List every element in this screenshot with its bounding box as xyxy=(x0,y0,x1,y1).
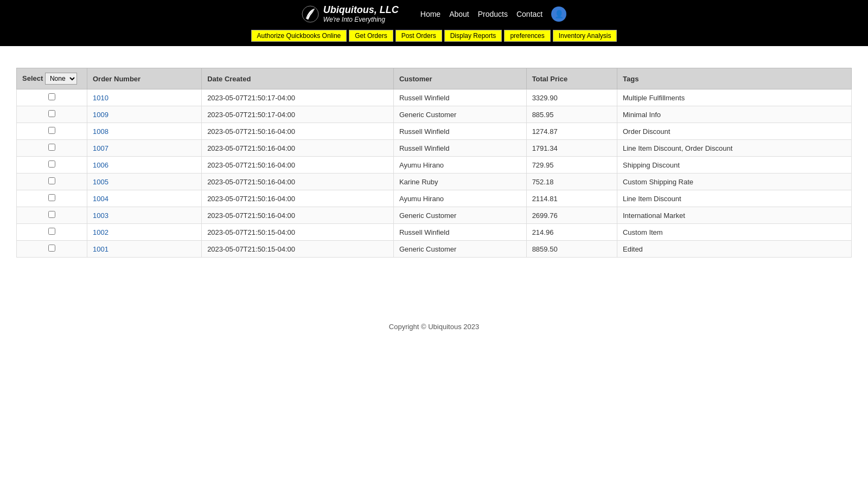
col-date-created: Date Created xyxy=(202,68,394,89)
svg-line-1 xyxy=(306,9,315,18)
row-total-price: 3329.90 xyxy=(526,89,617,106)
row-customer: Russell Winfield xyxy=(393,140,526,157)
row-total-price: 8859.50 xyxy=(526,241,617,258)
row-checkbox-cell xyxy=(17,224,87,241)
table-row: 1001 2023-05-07T21:50:15-04:00 Generic C… xyxy=(17,241,852,258)
inventory-analysis-button[interactable]: Inventory Analysis xyxy=(553,30,617,42)
order-number-link[interactable]: 1003 xyxy=(93,211,108,220)
order-number-link[interactable]: 1005 xyxy=(93,178,108,186)
get-orders-button[interactable]: Get Orders xyxy=(349,30,393,42)
row-checkbox-cell xyxy=(17,207,87,224)
row-customer: Generic Customer xyxy=(393,241,526,258)
nav-home[interactable]: Home xyxy=(420,10,441,18)
table-row: 1007 2023-05-07T21:50:16-04:00 Russell W… xyxy=(17,140,852,157)
row-checkbox-cell xyxy=(17,123,87,140)
row-total-price: 1791.34 xyxy=(526,140,617,157)
row-tags: Line Item Discount xyxy=(617,190,851,207)
row-tags: Custom Shipping Rate xyxy=(617,174,851,190)
table-row: 1002 2023-05-07T21:50:15-04:00 Russell W… xyxy=(17,224,852,241)
row-customer: Ayumu Hirano xyxy=(393,157,526,174)
preferences-button[interactable]: preferences xyxy=(504,30,550,42)
row-order-number: 1009 xyxy=(87,106,202,123)
order-number-link[interactable]: 1006 xyxy=(93,161,108,169)
row-customer: Russell Winfield xyxy=(393,224,526,241)
row-customer: Ayumu Hirano xyxy=(393,190,526,207)
table-row: 1005 2023-05-07T21:50:16-04:00 Karine Ru… xyxy=(17,174,852,190)
row-tags: Multiple Fulfillments xyxy=(617,89,851,106)
row-total-price: 1274.87 xyxy=(526,123,617,140)
row-total-price: 885.95 xyxy=(526,106,617,123)
table-row: 1004 2023-05-07T21:50:16-04:00 Ayumu Hir… xyxy=(17,190,852,207)
row-total-price: 752.18 xyxy=(526,174,617,190)
row-tags: Order Discount xyxy=(617,123,851,140)
row-checkbox[interactable] xyxy=(48,93,55,100)
row-date-created: 2023-05-07T21:50:17-04:00 xyxy=(202,89,394,106)
row-tags: Shipping Discount xyxy=(617,157,851,174)
table-row: 1008 2023-05-07T21:50:16-04:00 Russell W… xyxy=(17,123,852,140)
row-tags: Minimal Info xyxy=(617,106,851,123)
col-total-price: Total Price xyxy=(526,68,617,89)
order-number-link[interactable]: 1002 xyxy=(93,228,108,236)
user-avatar-icon[interactable]: 👤 xyxy=(551,7,566,22)
order-number-link[interactable]: 1009 xyxy=(93,111,108,119)
row-order-number: 1004 xyxy=(87,190,202,207)
main-content: Select None All Order Number Date Create… xyxy=(0,46,868,279)
row-checkbox[interactable] xyxy=(48,144,55,151)
row-checkbox-cell xyxy=(17,140,87,157)
select-label: Select xyxy=(22,74,45,82)
row-checkbox[interactable] xyxy=(48,160,55,168)
display-reports-button[interactable]: Display Reports xyxy=(444,30,502,42)
order-number-link[interactable]: 1010 xyxy=(93,94,108,102)
row-customer: Russell Winfield xyxy=(393,89,526,106)
nav-products[interactable]: Products xyxy=(478,10,508,18)
brand-tagline: We're Into Everything xyxy=(323,16,399,23)
order-number-link[interactable]: 1007 xyxy=(93,144,108,152)
row-checkbox[interactable] xyxy=(48,110,55,117)
col-customer: Customer xyxy=(393,68,526,89)
row-date-created: 2023-05-07T21:50:17-04:00 xyxy=(202,106,394,123)
row-date-created: 2023-05-07T21:50:16-04:00 xyxy=(202,174,394,190)
row-checkbox[interactable] xyxy=(48,228,55,235)
row-checkbox[interactable] xyxy=(48,177,55,184)
row-total-price: 2699.76 xyxy=(526,207,617,224)
col-tags: Tags xyxy=(617,68,851,89)
main-nav: Home About Products Contact 👤 xyxy=(420,7,566,22)
order-number-link[interactable]: 1008 xyxy=(93,127,108,136)
row-customer: Russell Winfield xyxy=(393,123,526,140)
table-row: 1009 2023-05-07T21:50:17-04:00 Generic C… xyxy=(17,106,852,123)
brand-name: Ubiquitous, LLC xyxy=(323,4,399,16)
row-checkbox[interactable] xyxy=(48,194,55,201)
row-tags: International Market xyxy=(617,207,851,224)
row-total-price: 729.95 xyxy=(526,157,617,174)
row-checkbox[interactable] xyxy=(48,245,55,252)
row-order-number: 1001 xyxy=(87,241,202,258)
order-number-link[interactable]: 1001 xyxy=(93,245,108,253)
row-order-number: 1010 xyxy=(87,89,202,106)
row-checkbox-cell xyxy=(17,157,87,174)
row-order-number: 1008 xyxy=(87,123,202,140)
row-checkbox[interactable] xyxy=(48,127,55,134)
table-header-row: Select None All Order Number Date Create… xyxy=(17,68,852,89)
row-tags: Edited xyxy=(617,241,851,258)
nav-about[interactable]: About xyxy=(449,10,469,18)
row-order-number: 1006 xyxy=(87,157,202,174)
order-number-link[interactable]: 1004 xyxy=(93,195,108,203)
row-customer: Karine Ruby xyxy=(393,174,526,190)
sub-nav: Authorize Quickbooks Online Get Orders P… xyxy=(251,30,617,42)
row-checkbox[interactable] xyxy=(48,211,55,218)
row-customer: Generic Customer xyxy=(393,106,526,123)
post-orders-button[interactable]: Post Orders xyxy=(395,30,442,42)
table-row: 1003 2023-05-07T21:50:16-04:00 Generic C… xyxy=(17,207,852,224)
row-total-price: 2114.81 xyxy=(526,190,617,207)
brand-nav: Ubiquitous, LLC We're Into Everything Ho… xyxy=(302,4,566,23)
orders-table: Select None All Order Number Date Create… xyxy=(16,68,852,258)
row-checkbox-cell xyxy=(17,190,87,207)
copyright-text: Copyright © Ubiquitous 2023 xyxy=(389,323,479,331)
nav-contact[interactable]: Contact xyxy=(516,10,542,18)
row-date-created: 2023-05-07T21:50:15-04:00 xyxy=(202,241,394,258)
row-date-created: 2023-05-07T21:50:16-04:00 xyxy=(202,140,394,157)
row-total-price: 214.96 xyxy=(526,224,617,241)
select-dropdown[interactable]: None All xyxy=(45,73,77,85)
row-order-number: 1005 xyxy=(87,174,202,190)
authorize-quickbooks-button[interactable]: Authorize Quickbooks Online xyxy=(251,30,347,42)
